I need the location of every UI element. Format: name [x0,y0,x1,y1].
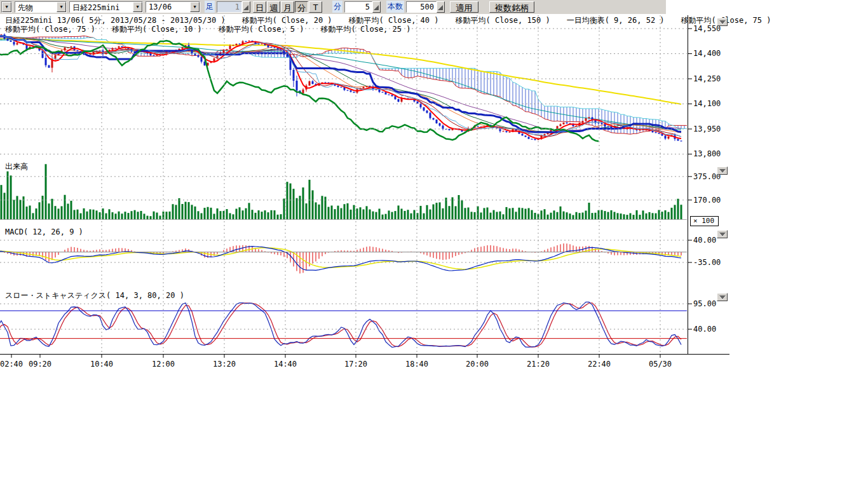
price-panel-menu-button[interactable] [717,18,728,26]
legend-item: 移動平均( Close, 20 ) [242,16,332,25]
volume-panel-label: 出来高 [5,163,28,171]
bar-interval-spinner-icon[interactable] [242,1,250,13]
chevron-down-icon [719,20,726,24]
bar-count-spinner-icon[interactable] [437,1,445,13]
time-axis-label: 12:00 [152,360,175,369]
symbol-combobox[interactable]: 日経225mini ▼ [69,1,143,13]
volume-panel-menu-button[interactable] [717,166,728,175]
stoch-panel-label: スロー・ストキャスティクス( 14, 3, 80, 20 ) [5,292,184,300]
axis-tick-label: 13,800 [693,149,721,158]
time-axis-label: 10:40 [90,360,113,369]
stoch-panel-menu-button[interactable] [717,293,728,301]
chevron-down-icon [719,295,726,299]
bar-interval-input[interactable]: 1 [217,1,242,13]
minute-input[interactable]: 5 [344,1,372,13]
toolbar: ▼ 先物 ▼ 日経225mini ▼ 13/06 ▼ 足 1 日週月分T 分 5… [0,0,666,14]
macd-panel-menu-button[interactable] [717,230,728,238]
apply-button[interactable]: 適用 [450,1,478,13]
axis-tick-label: 170.00 [693,196,721,205]
app-window: ▼ 先物 ▼ 日経225mini ▼ 13/06 ▼ 足 1 日週月分T 分 5… [0,0,868,488]
minute-label: 分 [332,1,342,13]
macd-panel-label: MACD( 12, 26, 9 ) [5,228,83,236]
market-combobox[interactable]: 先物 ▼ [15,1,67,13]
chart-canvas[interactable] [0,0,763,394]
period-button-T[interactable]: T [309,1,322,13]
time-axis-label: 09:20 [29,360,51,369]
axis-tick-label: -35.00 [693,258,721,267]
time-axis-label: 05/30 [649,360,672,369]
axis-tick-label: 13,950 [693,125,721,133]
axis-tick-label: 95.00 [693,299,716,308]
axis-tick-label: 14,100 [693,99,721,108]
chevron-down-icon: ▼ [190,2,200,12]
time-axis-label: 17:20 [344,360,367,369]
chevron-down-icon: ▼ [57,2,66,12]
legend-item: 移動平均( Close, 10 ) [112,25,202,34]
period-button-月[interactable]: 月 [281,1,294,13]
chart-legend-row-2: 移動平均( Close, 75 )移動平均( Close, 10 )移動平均( … [5,25,427,34]
contract-month-combobox[interactable]: 13/06 ▼ [146,1,200,13]
multi-symbol-button[interactable]: 複数銘柄 [489,1,534,13]
axis-tick-label: 14,400 [693,49,721,58]
chevron-down-icon [719,233,726,236]
bar-type-label: 足 [205,1,215,13]
legend-item: 一目均衡表( 9, 26, 52 ) [567,16,665,25]
time-axis-label: 13:20 [213,360,236,369]
time-axis-label: 20:00 [466,360,489,369]
axis-tick-label: 40.00 [693,325,716,334]
time-axis-label: 18:40 [405,360,428,369]
chart-legend-row-1: 日経225mini 13/06( 5分, 2013/05/28 - 2013/0… [5,17,788,25]
legend-item: 移動平均( Close, 150 ) [456,16,550,25]
time-axis-label: 14:40 [274,360,297,369]
contract-month-combobox-value: 13/06 [146,2,190,12]
legend-item: 日経225mini 13/06( 5分, 2013/05/28 - 2013/0… [5,16,226,25]
chevron-down-icon [719,169,726,173]
mini-symbol-combobox[interactable]: ▼ [1,1,12,13]
market-combobox-value: 先物 [15,2,57,12]
legend-item: 移動平均( Close, 25 ) [321,25,411,34]
period-button-分[interactable]: 分 [295,1,308,13]
time-axis-label: 21:20 [527,360,550,369]
chevron-down-icon: ▼ [133,2,142,12]
symbol-combobox-value: 日経225mini [70,2,133,12]
minute-spinner-icon[interactable] [372,1,381,13]
bar-count-input[interactable]: 500 [406,1,437,13]
axis-tick-label: 14,250 [693,74,721,83]
chevron-down-icon: ▼ [2,2,11,12]
volume-multiplier-badge: × 100 [690,216,719,226]
period-button-group: 日週月分T [253,1,323,13]
legend-item: 移動平均( Close, 40 ) [349,16,439,25]
time-axis-label: 22:40 [588,360,611,369]
legend-item: 移動平均( Close, 5 ) [219,25,304,34]
bar-count-label: 本数 [386,1,404,13]
legend-item: 移動平均( Close, 75 ) [5,25,95,34]
axis-tick-label: 40.00 [693,236,716,245]
time-axis-label: 02:40 [0,360,23,369]
period-button-日[interactable]: 日 [253,1,266,13]
period-button-週[interactable]: 週 [267,1,280,13]
